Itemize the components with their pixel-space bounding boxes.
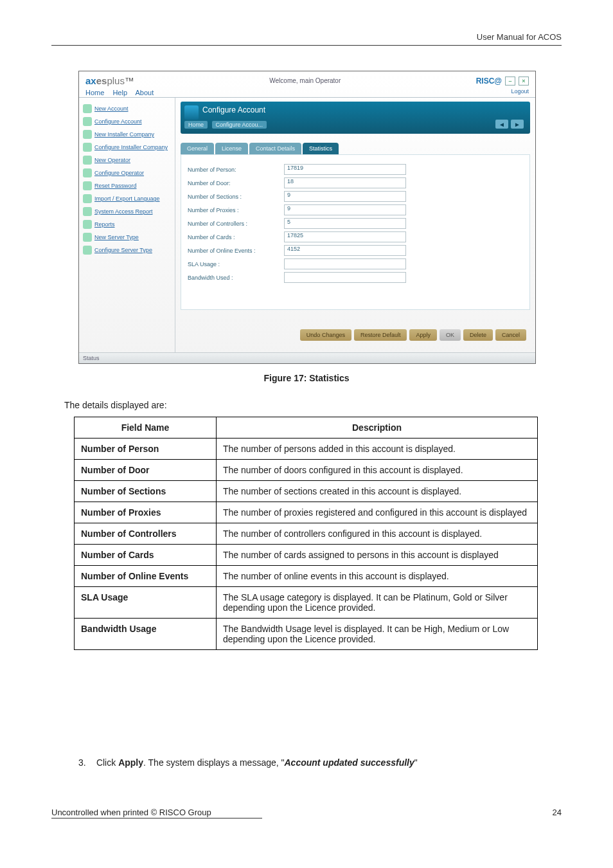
sidebar-item-import-export-language[interactable]: Import / Export Language xyxy=(83,194,171,203)
minimize-icon[interactable]: – xyxy=(505,77,515,86)
brand-es: es xyxy=(96,75,107,86)
sidebar-label: New Operator xyxy=(94,157,130,163)
field-value-number-of-door[interactable]: 18 xyxy=(284,177,406,188)
cell-desc: The number of doors configured in this a… xyxy=(217,460,538,481)
table-row: Number of PersonThe number of persons ad… xyxy=(75,439,538,460)
undo-changes-button[interactable]: Undo Changes xyxy=(300,329,351,341)
figure-caption: Figure 17: Statistics xyxy=(0,373,613,383)
field-value-number-of-person[interactable]: 17819 xyxy=(284,164,406,175)
field-row: Number of Person:17819 xyxy=(188,164,523,175)
table-row: Number of ControllersThe number of contr… xyxy=(75,523,538,545)
field-label-number-of-cards: Number of Cards : xyxy=(188,234,284,240)
step-number: 3. xyxy=(78,757,94,768)
brand-logo: axesplus™ xyxy=(85,75,134,86)
plus-icon xyxy=(83,233,92,242)
nav-prev-button[interactable]: ◄ xyxy=(495,120,508,129)
instruction-step: 3. Click Apply. The system displays a me… xyxy=(78,757,418,768)
cell-desc: The Bandwidth Usage level is displayed. … xyxy=(217,619,538,650)
table-row: Number of CardsThe number of cards assig… xyxy=(75,545,538,566)
cancel-button[interactable]: Cancel xyxy=(495,329,526,341)
field-value-bandwidth-used[interactable] xyxy=(284,272,406,283)
sidebar-item-configure-installer-company[interactable]: Configure Installer Company xyxy=(83,143,171,152)
close-icon[interactable]: × xyxy=(519,77,529,86)
tab-contact-details[interactable]: Contact Details xyxy=(249,143,301,154)
field-value-number-of-proxies[interactable]: 9 xyxy=(284,204,406,215)
sidebar-item-new-installer-company[interactable]: New Installer Company xyxy=(83,130,171,139)
tab-license[interactable]: License xyxy=(215,143,248,154)
sidebar-item-new-server-type[interactable]: New Server Type xyxy=(83,233,171,242)
ok-button[interactable]: OK xyxy=(440,329,461,341)
menu-about[interactable]: About xyxy=(135,89,154,96)
field-label-number-of-person: Number of Person: xyxy=(188,167,284,173)
field-value-sla-usage[interactable] xyxy=(284,258,406,269)
sidebar-label: Configure Account xyxy=(94,118,142,125)
logout-link[interactable]: Logout xyxy=(511,88,529,95)
cell-desc: The number of online events in this acco… xyxy=(217,566,538,587)
field-value-number-of-controllers[interactable]: 5 xyxy=(284,218,406,229)
header-rule xyxy=(51,45,562,46)
cell-field: Number of Proxies xyxy=(75,502,217,523)
plus-icon xyxy=(83,130,92,139)
sidebar-label: Reports xyxy=(94,221,115,228)
table-row: SLA UsageThe SLA usage category is displ… xyxy=(75,587,538,619)
field-value-number-of-cards[interactable]: 17825 xyxy=(284,231,406,242)
tab-statistics[interactable]: Statistics xyxy=(303,143,339,154)
app-topbar: axesplus™ Welcome, main Operator RISC@ –… xyxy=(79,71,535,87)
brand-plus: plus xyxy=(107,75,125,86)
cell-field: Bandwidth Usage xyxy=(75,619,217,650)
table-row: Bandwidth UsageThe Bandwidth Usage level… xyxy=(75,619,538,650)
cell-desc: The number of cards assigned to persons … xyxy=(217,545,538,566)
field-label-number-of-door: Number of Door: xyxy=(188,180,284,186)
breadcrumb: Home Configure Accou... xyxy=(184,121,269,129)
delete-button[interactable]: Delete xyxy=(463,329,493,341)
sidebar-label: New Account xyxy=(94,105,129,112)
panel-header: Configure Account Home Configure Accou..… xyxy=(181,102,530,134)
cell-field: SLA Usage xyxy=(75,587,217,619)
nav-next-button[interactable]: ► xyxy=(511,120,524,129)
sidebar-item-reports[interactable]: Reports xyxy=(83,220,171,229)
cell-field: Number of Controllers xyxy=(75,523,217,545)
field-row: Number of Controllers :5 xyxy=(188,218,523,229)
step-bold-italic-msg: Account updated successfully xyxy=(284,757,414,768)
sidebar-item-configure-account[interactable]: Configure Account xyxy=(83,117,171,126)
menu-help[interactable]: Help xyxy=(112,89,127,96)
field-row: Bandwidth Used : xyxy=(188,272,523,283)
apply-button[interactable]: Apply xyxy=(409,329,437,341)
cell-desc: The number of controllers configured in … xyxy=(217,523,538,545)
brand-ax: ax xyxy=(85,75,96,86)
field-label-number-of-controllers: Number of Controllers : xyxy=(188,221,284,227)
risco-logo: RISC@ – × xyxy=(476,77,529,86)
field-value-number-of-sections[interactable]: 9 xyxy=(284,191,406,202)
breadcrumb-home[interactable]: Home xyxy=(184,121,208,129)
key-icon xyxy=(83,181,92,190)
breadcrumb-current: Configure Accou... xyxy=(212,121,267,129)
sidebar-item-configure-server-type[interactable]: Configure Server Type xyxy=(83,246,171,255)
field-value-number-of-online-events[interactable]: 4152 xyxy=(284,245,406,256)
sidebar-item-configure-operator[interactable]: Configure Operator xyxy=(83,168,171,177)
main-panel: Configure Account Home Configure Accou..… xyxy=(175,98,535,357)
sidebar-item-system-access-report[interactable]: System Access Report xyxy=(83,207,171,216)
restore-default-button[interactable]: Restore Default xyxy=(354,329,407,341)
sidebar-item-new-operator[interactable]: New Operator xyxy=(83,156,171,165)
sidebar-label: Configure Server Type xyxy=(94,247,152,253)
table-header-row: Field Name Description xyxy=(75,417,538,439)
sidebar-item-new-account[interactable]: New Account xyxy=(83,104,171,113)
cell-desc: The number of proxies registered and con… xyxy=(217,502,538,523)
field-row: Number of Sections :9 xyxy=(188,191,523,202)
field-row: Number of Proxies :9 xyxy=(188,204,523,215)
field-row: Number of Cards :17825 xyxy=(188,231,523,242)
sidebar-item-reset-password[interactable]: Reset Password xyxy=(83,181,171,190)
intro-text: The details displayed are: xyxy=(64,400,167,410)
plus-icon xyxy=(83,156,92,165)
tab-content: Number of Person:17819 Number of Door:18… xyxy=(181,154,530,310)
account-big-icon xyxy=(184,105,199,120)
tab-general[interactable]: General xyxy=(181,143,214,154)
page-icon xyxy=(83,220,92,229)
cell-field: Number of Sections xyxy=(75,481,217,502)
menu-home[interactable]: Home xyxy=(85,89,104,96)
table-row: Number of SectionsThe number of sections… xyxy=(75,481,538,502)
app-screenshot: axesplus™ Welcome, main Operator RISC@ –… xyxy=(78,71,536,364)
footer-text: Uncontrolled when printed © RISCO Group xyxy=(51,808,211,817)
transfer-icon xyxy=(83,194,92,203)
field-label-number-of-sections: Number of Sections : xyxy=(188,194,284,200)
